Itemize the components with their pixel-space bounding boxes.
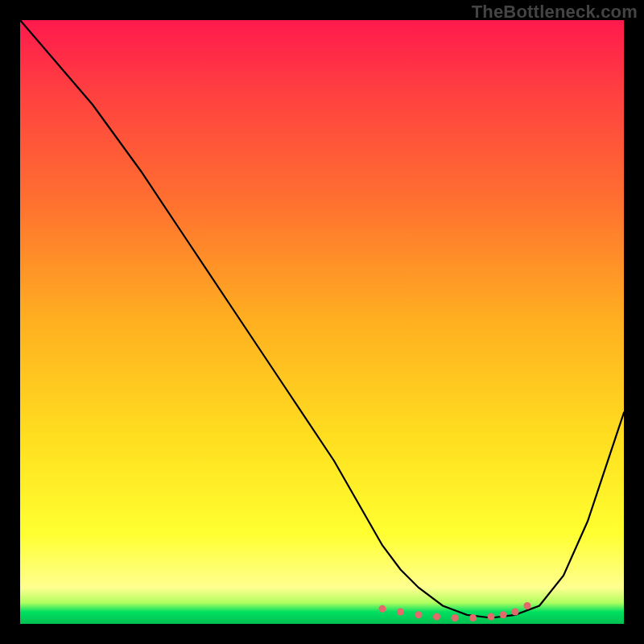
valley-dot	[488, 613, 495, 621]
valley-dot	[512, 609, 519, 616]
valley-dot	[397, 609, 404, 616]
valley-dots	[379, 602, 531, 621]
valley-dot	[500, 611, 507, 618]
valley-dot	[415, 611, 423, 618]
valley-dot	[433, 613, 440, 621]
valley-dot	[469, 614, 477, 621]
curve-layer	[20, 20, 624, 624]
valley-dot	[379, 605, 386, 613]
main-curve	[20, 20, 624, 618]
plot-area	[20, 20, 624, 624]
valley-dot	[524, 602, 531, 609]
valley-dot	[452, 614, 459, 621]
chart-frame: TheBottleneck.com	[0, 0, 644, 644]
